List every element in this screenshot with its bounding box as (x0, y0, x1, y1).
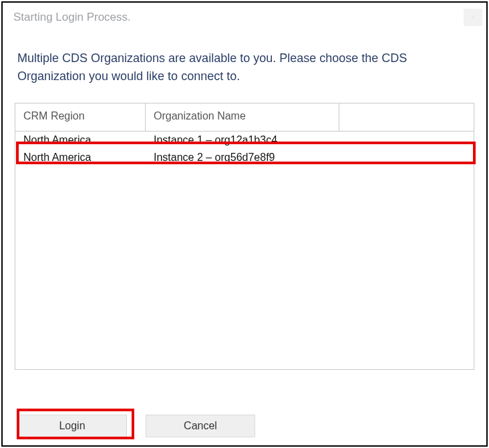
cell-region: North America (15, 134, 146, 146)
header-org-name[interactable]: Organization Name (146, 103, 339, 131)
login-dialog: Starting Login Process. × Multiple CDS O… (1, 1, 488, 447)
login-button[interactable]: Login (17, 415, 127, 437)
table-row[interactable]: North America Instance 2 – org56d7e8f9 (15, 149, 474, 166)
instructions-text: Multiple CDS Organizations are available… (3, 32, 486, 91)
close-icon: × (470, 13, 476, 22)
header-crm-region[interactable]: CRM Region (15, 103, 146, 131)
title-bar: Starting Login Process. × (3, 3, 486, 32)
table-row[interactable]: North America Instance 1 – org12a1b3c4 (15, 132, 474, 149)
cell-region: North America (15, 152, 146, 164)
table-body: North America Instance 1 – org12a1b3c4 N… (15, 132, 474, 166)
cell-org: Instance 2 – org56d7e8f9 (146, 152, 339, 164)
dialog-footer: Login Cancel (3, 415, 486, 437)
table-header-row: CRM Region Organization Name (15, 103, 474, 132)
window-title: Starting Login Process. (13, 11, 131, 24)
org-table: CRM Region Organization Name North Ameri… (15, 103, 474, 370)
cell-org: Instance 1 – org12a1b3c4 (146, 134, 339, 146)
close-button[interactable]: × (464, 9, 482, 26)
header-empty (339, 103, 474, 131)
cancel-button[interactable]: Cancel (146, 415, 255, 437)
